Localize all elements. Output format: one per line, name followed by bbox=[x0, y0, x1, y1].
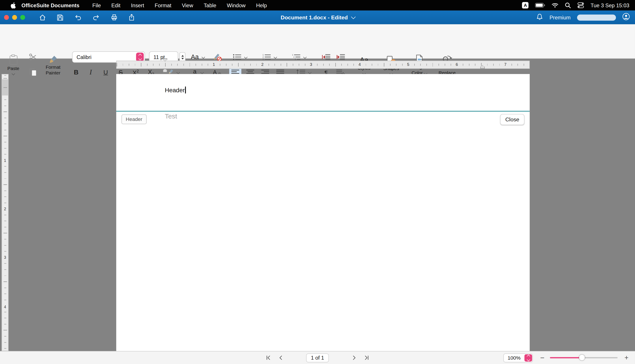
input-source-icon[interactable]: A bbox=[522, 2, 529, 8]
document-title[interactable]: Document 1.docx - Edited bbox=[281, 14, 354, 20]
close-header-button[interactable]: Close bbox=[500, 114, 524, 125]
minimize-window-button[interactable] bbox=[12, 15, 17, 20]
menu-bar-status-area: A Tue 3 Sep 15:03 bbox=[522, 2, 629, 8]
menu-file[interactable]: File bbox=[92, 2, 101, 8]
menu-items: File Edit Insert Format View Table Windo… bbox=[92, 2, 267, 8]
italic-button[interactable]: I bbox=[85, 66, 97, 78]
bold-button[interactable]: B bbox=[70, 66, 82, 78]
zoom-slider-thumb[interactable] bbox=[579, 355, 585, 360]
text-cursor bbox=[185, 86, 186, 93]
battery-icon[interactable] bbox=[535, 3, 545, 8]
stepper-down-icon bbox=[181, 58, 184, 60]
save-icon[interactable] bbox=[57, 14, 64, 21]
titlebar-quick-actions bbox=[39, 14, 135, 21]
menu-edit[interactable]: Edit bbox=[111, 2, 120, 8]
document-title-text: Document 1.docx - Edited bbox=[281, 14, 348, 20]
document-body-text[interactable]: Test bbox=[165, 112, 177, 120]
scissors-icon bbox=[29, 53, 37, 61]
traffic-lights bbox=[4, 15, 25, 20]
multilevel-list-icon: 123 bbox=[292, 54, 300, 60]
bold-label: B bbox=[74, 69, 79, 76]
format-painter-label-2: Painter bbox=[46, 70, 60, 76]
underline-label: U bbox=[103, 69, 108, 76]
menu-app-name[interactable]: OfficeSuite Documents bbox=[21, 2, 79, 8]
document-page[interactable]: Header Test Header Close bbox=[116, 74, 530, 351]
svg-text:2: 2 bbox=[293, 56, 294, 58]
status-bar: 1 of 1 100% − + bbox=[0, 351, 635, 364]
zoom-level-select[interactable]: 100% bbox=[503, 354, 533, 362]
line-spacing-chevron-down-icon bbox=[308, 71, 311, 74]
premium-label[interactable]: Premium bbox=[549, 14, 571, 20]
header-text[interactable]: Header bbox=[165, 86, 186, 93]
ruler-number: 7 bbox=[503, 62, 508, 67]
undo-icon[interactable] bbox=[74, 14, 82, 21]
bullet-list-chevron-down-icon bbox=[244, 55, 247, 59]
italic-label: I bbox=[90, 68, 92, 76]
increase-indent-icon bbox=[336, 54, 345, 60]
svg-text:3: 3 bbox=[295, 58, 296, 60]
menu-bar: OfficeSuite Documents File Edit Insert F… bbox=[0, 0, 635, 10]
header-boundary-line bbox=[116, 111, 530, 112]
apple-menu-icon[interactable] bbox=[11, 2, 16, 8]
window-title-bar: Document 1.docx - Edited Premium bbox=[0, 10, 635, 24]
menu-window[interactable]: Window bbox=[227, 2, 246, 8]
ruler-number: 6 bbox=[455, 62, 459, 67]
previous-page-icon[interactable] bbox=[278, 355, 284, 360]
page-indicator[interactable]: 1 of 1 bbox=[306, 353, 329, 362]
underline-button[interactable]: U bbox=[100, 66, 112, 78]
page-navigation: 1 of 1 bbox=[266, 352, 369, 364]
font-family-popup-stepper-icon bbox=[136, 53, 144, 62]
format-painter-brush-icon bbox=[49, 55, 57, 64]
last-page-icon[interactable] bbox=[364, 355, 369, 360]
account-name-pill bbox=[577, 14, 616, 20]
menu-view[interactable]: View bbox=[182, 2, 193, 8]
zoom-out-button[interactable]: − bbox=[539, 353, 546, 363]
cut-button[interactable] bbox=[27, 51, 39, 63]
first-line-indent-marker[interactable] bbox=[163, 58, 167, 62]
wifi-icon[interactable] bbox=[552, 3, 558, 8]
menu-insert[interactable]: Insert bbox=[131, 2, 144, 8]
close-window-button[interactable] bbox=[4, 15, 9, 20]
control-center-icon[interactable] bbox=[578, 2, 584, 8]
right-indent-marker[interactable] bbox=[480, 65, 485, 69]
zoom-level-value: 100% bbox=[504, 355, 525, 361]
ruler-number: 1 bbox=[2, 158, 8, 163]
svg-text:1: 1 bbox=[292, 54, 293, 56]
clear-formatting-icon bbox=[212, 52, 222, 62]
print-icon[interactable] bbox=[110, 14, 118, 21]
next-page-icon[interactable] bbox=[351, 355, 357, 360]
formatting-toolbar: Paste Format Painter Calibri 11 pt Aa bbox=[0, 24, 635, 58]
stepper-up-icon bbox=[181, 55, 184, 56]
redo-icon[interactable] bbox=[92, 14, 100, 21]
account-avatar-icon[interactable] bbox=[622, 13, 630, 22]
zoom-in-button[interactable]: + bbox=[623, 353, 630, 363]
numbered-list-icon: 123 bbox=[262, 54, 271, 60]
ruler-number: 1 bbox=[211, 62, 216, 67]
spotlight-icon[interactable] bbox=[565, 2, 571, 8]
paste-chevron-down-icon bbox=[12, 72, 15, 75]
horizontal-ruler[interactable]: 1 2 3 4 5 6 7 bbox=[116, 61, 530, 69]
header-section-tag: Header bbox=[121, 114, 147, 124]
ruler-number: 4 bbox=[357, 62, 362, 67]
numbered-list-chevron-down-icon bbox=[273, 55, 277, 59]
format-painter-button[interactable]: Format Painter bbox=[42, 49, 64, 81]
ruler-number: 2 bbox=[2, 206, 8, 212]
notification-bell-icon[interactable] bbox=[536, 13, 543, 22]
menu-help[interactable]: Help bbox=[256, 2, 267, 8]
home-icon[interactable] bbox=[39, 14, 46, 21]
share-icon[interactable] bbox=[128, 14, 135, 21]
menu-format[interactable]: Format bbox=[155, 2, 171, 8]
paste-clipboard-icon bbox=[10, 56, 17, 65]
zoom-slider[interactable] bbox=[550, 357, 617, 358]
vertical-ruler[interactable]: 1 2 3 4 bbox=[2, 74, 8, 351]
menu-table[interactable]: Table bbox=[204, 2, 216, 8]
app-root: OfficeSuite Documents File Edit Insert F… bbox=[0, 0, 635, 364]
zoom-window-button[interactable] bbox=[20, 15, 25, 20]
copy-button[interactable] bbox=[27, 66, 39, 78]
vertical-ruler-margin-zone bbox=[2, 79, 8, 95]
bullet-list-icon bbox=[233, 54, 241, 60]
highlight-chevron-down-icon bbox=[176, 71, 180, 74]
ruler-number: 5 bbox=[406, 62, 410, 67]
menu-clock[interactable]: Tue 3 Sep 15:03 bbox=[591, 2, 629, 8]
first-page-icon[interactable] bbox=[266, 355, 271, 360]
